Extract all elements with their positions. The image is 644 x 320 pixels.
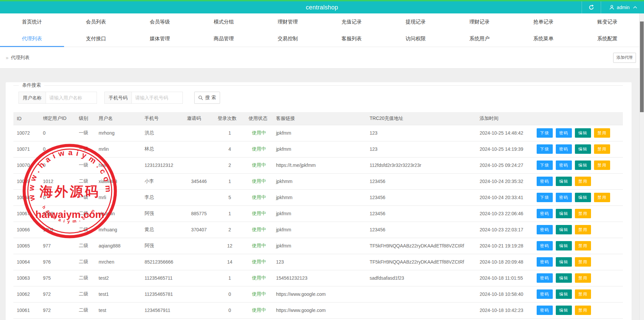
cell-bind_id: 0: [40, 125, 75, 141]
row-action-sub-agents-button[interactable]: 下级: [537, 128, 553, 138]
row-action-disable-button[interactable]: 禁用: [594, 193, 610, 202]
username-field-group: 用户名称: [18, 92, 97, 104]
cell-created: 2024-10-24 20:35:32: [476, 173, 533, 189]
row-action-password-button[interactable]: 密码: [537, 289, 553, 299]
nav-item-模式分组[interactable]: 模式分组: [192, 13, 256, 30]
cell-status: 使用中: [245, 286, 273, 302]
row-action-disable-button[interactable]: 禁用: [594, 144, 610, 154]
cell-invite: [183, 125, 214, 141]
nav-item-充值记录[interactable]: 充值记录: [320, 13, 384, 30]
row-action-password-button[interactable]: 密码: [556, 128, 572, 138]
row-action-disable-button[interactable]: 禁用: [575, 209, 591, 218]
cell-phone: 12312312312: [141, 157, 183, 173]
nav-item-访问权限[interactable]: 访问权限: [384, 30, 448, 47]
column-header-logins: 登录次数: [214, 112, 245, 125]
row-action-edit-button[interactable]: 编辑: [556, 177, 572, 186]
app-title: centralshop: [0, 1, 644, 13]
add-agent-button[interactable]: 添加代理: [613, 53, 636, 63]
row-action-edit-button[interactable]: 编辑: [575, 128, 591, 138]
row-action-disable-button[interactable]: 禁用: [594, 128, 610, 138]
row-action-edit-button[interactable]: 编辑: [556, 241, 572, 250]
cell-service: https://www.google.com: [273, 302, 366, 318]
row-action-password-button[interactable]: 密码: [537, 225, 553, 234]
nav-item-提现记录[interactable]: 提现记录: [384, 13, 448, 30]
cell-trc20: 123: [366, 141, 476, 157]
scrollbar[interactable]: [639, 13, 644, 320]
phone-input[interactable]: [132, 92, 183, 104]
cell-id: 10068: [13, 189, 40, 205]
nav-item-媒体管理[interactable]: 媒体管理: [128, 30, 192, 47]
nav-item-会员等级[interactable]: 会员等级: [128, 13, 192, 30]
row-action-password-button[interactable]: 密码: [537, 241, 553, 250]
refresh-button[interactable]: [582, 1, 601, 13]
row-action-edit-button[interactable]: 编辑: [556, 306, 572, 315]
cell-phone: 1234567911: [141, 302, 183, 318]
nav-item-抢单记录[interactable]: 抢单记录: [512, 13, 576, 30]
row-action-disable-button[interactable]: 禁用: [575, 177, 591, 186]
nav-item-理财管理[interactable]: 理财管理: [256, 13, 320, 30]
cell-id: 10065: [13, 238, 40, 254]
scrollbar-thumb[interactable]: [640, 21, 644, 112]
nav-item-商品管理[interactable]: 商品管理: [192, 30, 256, 47]
row-action-password-button[interactable]: 密码: [537, 306, 553, 315]
cell-username: mrli: [95, 189, 141, 205]
row-action-disable-button[interactable]: 禁用: [575, 273, 591, 283]
cell-actions: 密码编辑禁用: [533, 302, 623, 318]
row-action-password-button[interactable]: 密码: [537, 273, 553, 283]
cell-status: 使用中: [245, 238, 273, 254]
nav-item-系统用户[interactable]: 系统用户: [447, 30, 512, 47]
row-action-password-button[interactable]: 密码: [556, 144, 572, 154]
content: 条件搜索 用户名称 手机号码 搜 索: [0, 68, 644, 320]
user-menu[interactable]: admin: [601, 1, 644, 13]
cell-service: https://t.me/jpkfmm: [273, 157, 366, 173]
nav-item-理财记录[interactable]: 理财记录: [447, 13, 512, 30]
row-action-disable-button[interactable]: 禁用: [575, 289, 591, 299]
cell-id: 10061: [13, 302, 40, 318]
nav-item-客服列表[interactable]: 客服列表: [320, 30, 384, 47]
cell-created: 2024-10-18 10:58:40: [476, 286, 533, 302]
nav-item-系统配置[interactable]: 系统配置: [575, 30, 639, 47]
row-action-edit-button[interactable]: 编辑: [575, 193, 591, 202]
column-header-status: 使用状态: [245, 112, 273, 125]
cell-invite: [183, 189, 214, 205]
nav-item-会员列表[interactable]: 会员列表: [64, 13, 128, 30]
row-action-edit-button[interactable]: 编辑: [556, 289, 572, 299]
row-action-password-button[interactable]: 密码: [556, 193, 572, 202]
cell-id: 10063: [13, 270, 40, 286]
row-action-disable-button[interactable]: 禁用: [594, 161, 610, 170]
nav-item-交易控制[interactable]: 交易控制: [256, 30, 320, 47]
row-action-edit-button[interactable]: 编辑: [556, 273, 572, 283]
search-button[interactable]: 搜 索: [194, 92, 220, 104]
row-action-sub-agents-button[interactable]: 下级: [537, 144, 553, 154]
row-action-edit-button[interactable]: 编辑: [556, 209, 572, 218]
nav-item-支付接口[interactable]: 支付接口: [64, 30, 128, 47]
cell-bind_id: 0: [40, 141, 75, 157]
cell-created: 2024-10-25 14:19:39: [476, 141, 533, 157]
row-action-password-button[interactable]: 密码: [556, 161, 572, 170]
row-action-password-button[interactable]: 密码: [537, 177, 553, 186]
row-action-disable-button[interactable]: 禁用: [575, 306, 591, 315]
nav-item-账变记录[interactable]: 账变记录: [575, 13, 639, 30]
row-action-edit-button[interactable]: 编辑: [556, 225, 572, 234]
nav-item-系统菜单[interactable]: 系统菜单: [512, 30, 576, 47]
nav-item-代理列表[interactable]: 代理列表: [0, 30, 64, 47]
row-action-edit-button[interactable]: 编辑: [575, 161, 591, 170]
row-action-disable-button[interactable]: 禁用: [575, 225, 591, 234]
cell-logins: 5: [214, 189, 245, 205]
cell-actions: 下级密码编辑禁用: [533, 125, 623, 141]
row-action-sub-agents-button[interactable]: 下级: [537, 161, 553, 170]
row-action-edit-button[interactable]: 编辑: [575, 144, 591, 154]
nav-item-首页统计[interactable]: 首页统计: [0, 13, 64, 30]
row-action-disable-button[interactable]: 禁用: [575, 257, 591, 267]
username-input[interactable]: [46, 92, 97, 104]
cell-bind_id: 977: [40, 238, 75, 254]
row-action-password-button[interactable]: 密码: [537, 209, 553, 218]
table-row: 10064976二级mrchen8521235666614使用中123TF5kF…: [13, 254, 623, 270]
row-action-password-button[interactable]: 密码: [537, 257, 553, 267]
row-action-disable-button[interactable]: 禁用: [575, 241, 591, 250]
search-button-label: 搜 索: [205, 95, 216, 101]
phone-field-group: 手机号码: [104, 92, 183, 104]
cell-level: 二级: [75, 302, 95, 318]
row-action-edit-button[interactable]: 编辑: [556, 257, 572, 267]
row-action-sub-agents-button[interactable]: 下级: [537, 193, 553, 202]
